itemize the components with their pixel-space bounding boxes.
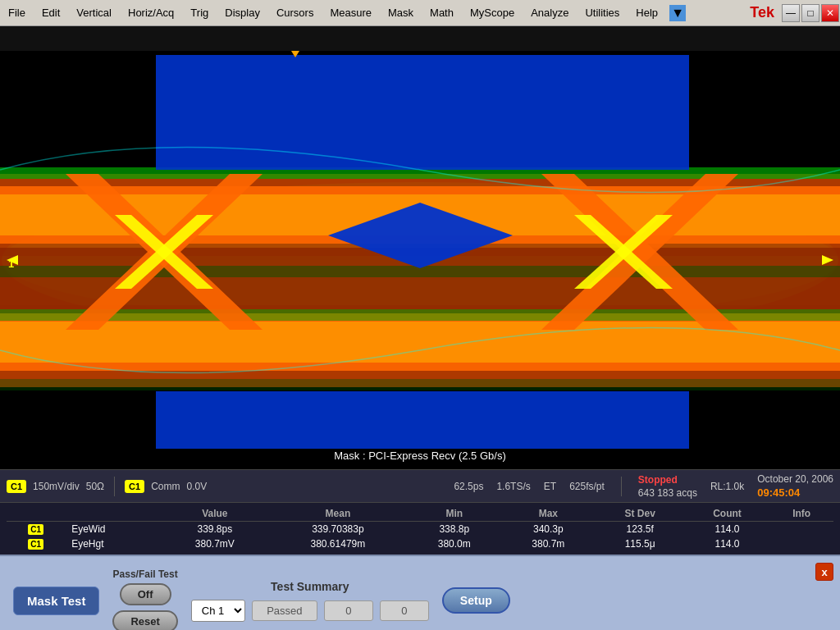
- row1-info: [769, 522, 833, 537]
- off-button[interactable]: Off: [120, 583, 171, 605]
- status-right: 62.5ps 1.6TS/s ET 625fs/pt Stopped 643 1…: [454, 473, 833, 499]
- scope-display: // drawn inline below /* ticks rendered …: [0, 26, 840, 469]
- date-time-block: October 20, 2006 09:45:04: [757, 473, 833, 499]
- ch1-badge-left: C1: [7, 480, 26, 493]
- scope-status-block: Stopped 643 183 acqs: [638, 474, 697, 499]
- row1-badge: C1: [7, 522, 65, 537]
- close-button[interactable]: x: [815, 563, 833, 581]
- col-badge: [7, 506, 65, 522]
- sample-rate: 62.5ps: [454, 481, 483, 492]
- col-max: Max: [501, 506, 596, 522]
- ch1-impedance: 50Ω: [86, 481, 104, 492]
- menu-help[interactable]: Help: [628, 3, 666, 22]
- bottom-panel: x Mask Test Pass/Fail Test Off Reset Tes…: [0, 555, 840, 630]
- svg-rect-16: [0, 379, 840, 390]
- menu-cursors[interactable]: Cursors: [268, 3, 322, 22]
- ch1-scale: 150mV/div: [33, 481, 80, 492]
- table-row: C1 EyeHgt 380.7mV 380.61479m 380.0m 380.…: [7, 536, 833, 551]
- row1-max: 340.3p: [501, 522, 596, 537]
- menu-utilities[interactable]: Utilities: [577, 3, 628, 22]
- rl-text: RL:1.0k: [710, 481, 744, 492]
- menubar: File Edit Vertical Horiz/Acq Trig Displa…: [0, 0, 840, 26]
- status-divider-2: [621, 477, 622, 496]
- et-value: 625fs/pt: [569, 481, 605, 492]
- menu-edit[interactable]: Edit: [34, 3, 68, 22]
- status-bar: C1 150mV/div 50Ω C1 Comm 0.0V 62.5ps 1.6…: [0, 469, 840, 502]
- row2-value: 380.7mV: [161, 536, 268, 551]
- row1-min: 338.8p: [407, 522, 501, 537]
- mask-label: Mask : PCI-Express Recv (2.5 Gb/s): [334, 450, 506, 462]
- row2-stdev: 115.5μ: [596, 536, 685, 551]
- ts-rate: 1.6TS/s: [496, 481, 530, 492]
- menu-file[interactable]: File: [0, 3, 34, 22]
- col-info: Info: [769, 506, 833, 522]
- svg-rect-26: [156, 391, 689, 449]
- row1-mean: 339.70383p: [268, 522, 407, 537]
- menu-analyze[interactable]: Analyze: [523, 3, 577, 22]
- col-name: [65, 506, 161, 522]
- row1-value: 339.8ps: [161, 522, 268, 537]
- row2-info: [769, 536, 833, 551]
- test-summary-title: Test Summary: [271, 580, 349, 593]
- row2-badge: C1: [7, 536, 65, 551]
- menu-vertical[interactable]: Vertical: [68, 3, 120, 22]
- reset-button[interactable]: Reset: [112, 610, 177, 630]
- passed-badge: Passed: [252, 600, 317, 621]
- acquisitions-text: 643 183 acqs: [638, 487, 697, 499]
- comm-label: Comm: [151, 481, 180, 492]
- menu-dropdown-arrow[interactable]: ▼: [669, 5, 686, 21]
- comm-value: 0.0V: [187, 481, 208, 492]
- svg-rect-25: [156, 55, 689, 170]
- col-count: Count: [685, 506, 770, 522]
- tek-logo: Tek: [743, 4, 781, 21]
- col-mean: Mean: [268, 506, 407, 522]
- menu-measure[interactable]: Measure: [322, 3, 380, 22]
- test-summary-section: Test Summary Ch 1 Passed 0 0: [191, 580, 429, 622]
- count-box-2: 0: [380, 600, 429, 621]
- col-value: Value: [161, 506, 268, 522]
- mask-test-label: Mask Test: [13, 587, 99, 615]
- row2-name: EyeHgt: [65, 536, 161, 551]
- row2-min: 380.0m: [407, 536, 501, 551]
- channel-select[interactable]: Ch 1: [191, 600, 245, 622]
- menu-myscope[interactable]: MyScope: [462, 3, 523, 22]
- col-min: Min: [407, 506, 501, 522]
- menu-horiz-acq[interactable]: Horiz/Acq: [120, 3, 182, 22]
- stopped-text: Stopped: [638, 474, 697, 486]
- row2-mean: 380.61479m: [268, 536, 407, 551]
- menu-trig[interactable]: Trig: [182, 3, 217, 22]
- pass-fail-title: Pass/Fail Test: [113, 568, 178, 580]
- count-box-1: 0: [324, 600, 373, 621]
- col-stdev: St Dev: [596, 506, 685, 522]
- date-text: October 20, 2006: [757, 473, 833, 485]
- window-close-button[interactable]: ✕: [821, 4, 839, 22]
- measurements-panel: Value Mean Min Max St Dev Count Info C1 …: [0, 502, 840, 555]
- svg-rect-2: [0, 26, 840, 51]
- pass-fail-section: Pass/Fail Test Off Reset: [112, 568, 177, 630]
- menu-math[interactable]: Math: [422, 3, 462, 22]
- table-row: C1 EyeWid 339.8ps 339.70383p 338.8p 340.…: [7, 522, 833, 537]
- menu-mask[interactable]: Mask: [380, 3, 422, 22]
- row1-name: EyeWid: [65, 522, 161, 537]
- time-text: 09:45:04: [757, 486, 833, 499]
- menu-display[interactable]: Display: [217, 3, 268, 22]
- eye-diagram: /* ticks rendered below */: [0, 26, 840, 469]
- measurements-table: Value Mean Min Max St Dev Count Info C1 …: [7, 506, 833, 551]
- row2-max: 380.7m: [501, 536, 596, 551]
- test-summary-row: Ch 1 Passed 0 0: [191, 600, 429, 622]
- ch1-badge-comm: C1: [125, 480, 144, 493]
- et-label: ET: [544, 481, 556, 492]
- setup-button[interactable]: Setup: [442, 587, 510, 614]
- status-divider-1: [114, 477, 115, 496]
- window-restore-button[interactable]: □: [801, 4, 819, 22]
- row1-stdev: 123.5f: [596, 522, 685, 537]
- row1-count: 114.0: [685, 522, 770, 537]
- window-minimize-button[interactable]: —: [782, 4, 800, 22]
- row2-count: 114.0: [685, 536, 770, 551]
